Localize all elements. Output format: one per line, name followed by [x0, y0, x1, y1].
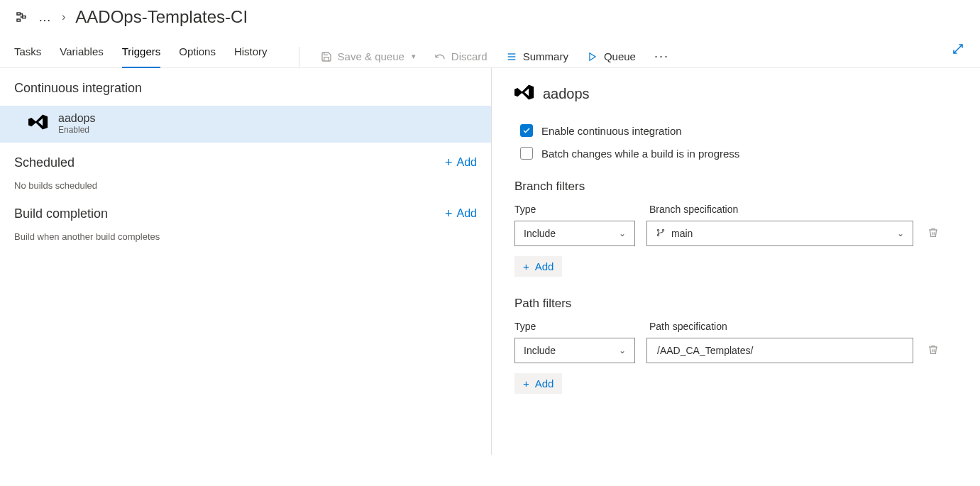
scheduled-section-heading: Scheduled + Add: [0, 155, 491, 180]
ci-heading-label: Continuous integration: [14, 81, 142, 96]
branch-spec-value: main: [671, 228, 693, 239]
completion-heading-label: Build completion: [14, 206, 108, 221]
tab-variables[interactable]: Variables: [60, 45, 103, 67]
queue-button[interactable]: Queue: [587, 50, 636, 62]
breadcrumb-ellipsis[interactable]: …: [38, 11, 52, 23]
add-scheduled-label: Add: [457, 156, 477, 169]
enable-ci-checkbox[interactable]: [520, 124, 533, 137]
branch-icon: [656, 228, 666, 240]
chevron-down-icon: ⌄: [897, 228, 904, 238]
completion-section-heading: Build completion + Add: [0, 206, 491, 231]
branch-filter-type-value: Include: [524, 228, 556, 239]
repo-name: aadops: [58, 111, 96, 125]
discard-button: Discard: [434, 50, 488, 62]
add-scheduled-button[interactable]: + Add: [445, 156, 477, 169]
add-branch-filter-label: Add: [535, 260, 554, 272]
repo-icon: [28, 114, 48, 133]
batch-row: Batch changes while a build is in progre…: [514, 147, 967, 160]
path-spec-label: Path specification: [649, 321, 727, 332]
branch-filters-heading: Branch filters: [514, 180, 967, 194]
plus-icon: +: [445, 156, 453, 169]
toolbar: Save & queue ▾ Discard Summary Queue ···: [296, 47, 669, 67]
left-pane: Continuous integration aadops Enabled Sc…: [0, 68, 492, 455]
repo-text: aadops Enabled: [58, 111, 96, 136]
plus-icon: +: [445, 207, 453, 220]
enable-ci-label: Enable continuous integration: [541, 125, 682, 137]
source-name: aadops: [543, 86, 590, 102]
branch-filter-type-select[interactable]: Include ⌄: [514, 221, 635, 246]
pipeline-title: AADOps-Templates-CI: [75, 7, 248, 27]
plus-icon: +: [523, 377, 529, 390]
toolbar-separator: [299, 47, 299, 67]
enable-ci-row: Enable continuous integration: [514, 124, 967, 137]
scheduled-heading-label: Scheduled: [14, 155, 75, 170]
scheduled-empty-text: No builds scheduled: [0, 180, 491, 206]
branch-filter-labels: Type Branch specification: [514, 204, 967, 221]
tab-options[interactable]: Options: [179, 45, 216, 67]
branch-filter-row: Include ⌄ main ⌄: [514, 221, 967, 246]
ci-trigger-item[interactable]: aadops Enabled: [0, 106, 491, 143]
fullscreen-icon[interactable]: [952, 43, 964, 57]
chevron-down-icon: ⌄: [619, 346, 626, 355]
tab-triggers[interactable]: Triggers: [122, 45, 160, 67]
toolbar-more-button[interactable]: ···: [654, 49, 669, 64]
delete-path-filter-button[interactable]: [925, 341, 942, 360]
delete-branch-filter-button[interactable]: [925, 224, 942, 243]
save-queue-label: Save & queue: [338, 50, 404, 62]
chevron-down-icon: ▾: [412, 52, 416, 61]
add-completion-button[interactable]: + Add: [445, 207, 477, 220]
chevron-down-icon: ⌄: [619, 228, 626, 238]
add-branch-filter-button[interactable]: + Add: [514, 256, 562, 277]
ci-section-heading: Continuous integration: [0, 81, 491, 106]
type-label: Type: [514, 321, 635, 332]
path-spec-input-wrapper: [646, 338, 913, 363]
summary-button[interactable]: Summary: [506, 50, 568, 62]
path-filters-heading: Path filters: [514, 297, 967, 311]
queue-label: Queue: [604, 50, 636, 62]
repo-status: Enabled: [58, 125, 96, 135]
path-spec-input[interactable]: [656, 344, 904, 357]
batch-label: Batch changes while a build is in progre…: [541, 148, 739, 160]
chevron-right-icon: ›: [62, 11, 65, 23]
right-pane: aadops Enable continuous integration Bat…: [492, 68, 980, 455]
content-body: Continuous integration aadops Enabled Sc…: [0, 68, 980, 455]
summary-icon: [506, 51, 517, 62]
branch-spec-label: Branch specification: [649, 204, 738, 215]
play-icon: [587, 51, 598, 62]
tab-history[interactable]: History: [234, 45, 268, 67]
repo-icon: [514, 84, 534, 104]
tab-tasks[interactable]: Tasks: [14, 45, 41, 67]
add-completion-label: Add: [457, 207, 477, 220]
undo-icon: [434, 51, 446, 62]
page-header: … › AADOps-Templates-CI: [0, 0, 980, 33]
path-filter-labels: Type Path specification: [514, 321, 967, 338]
tabs: Tasks Variables Triggers Options History: [14, 45, 268, 67]
save-icon: [321, 51, 332, 62]
add-path-filter-button[interactable]: + Add: [514, 373, 562, 394]
path-filter-type-select[interactable]: Include ⌄: [514, 338, 635, 363]
type-label: Type: [514, 204, 635, 215]
plus-icon: +: [523, 260, 529, 272]
pipelines-icon[interactable]: [14, 11, 28, 23]
tabs-toolbar-row: Tasks Variables Triggers Options History…: [0, 33, 980, 68]
batch-checkbox[interactable]: [520, 147, 533, 160]
completion-empty-text: Build when another build completes: [0, 231, 491, 258]
svg-marker-3: [590, 53, 595, 60]
source-title: aadops: [514, 84, 967, 104]
svg-point-5: [657, 234, 659, 236]
path-filter-row: Include ⌄: [514, 338, 967, 363]
path-filter-type-value: Include: [524, 345, 556, 356]
branch-spec-input[interactable]: main ⌄: [646, 221, 913, 246]
discard-label: Discard: [451, 50, 488, 62]
svg-point-6: [662, 229, 664, 231]
svg-point-4: [657, 229, 659, 231]
add-path-filter-label: Add: [535, 377, 554, 390]
save-queue-button: Save & queue ▾: [321, 50, 416, 62]
summary-label: Summary: [523, 50, 568, 62]
